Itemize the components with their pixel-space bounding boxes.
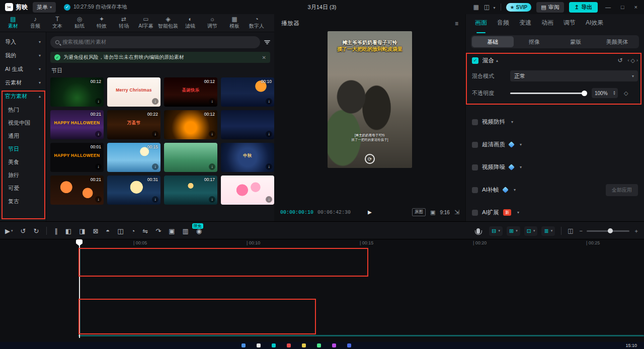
preview-quality-icon[interactable]: ◫ bbox=[568, 227, 573, 234]
maximize-button[interactable]: □ bbox=[618, 4, 627, 10]
trim-right-icon[interactable]: ◨ bbox=[79, 227, 85, 235]
media-tab-ai-captions[interactable]: ▭ AI字幕 bbox=[135, 16, 157, 30]
play-button[interactable]: ▶ bbox=[368, 208, 372, 216]
sidebar-category-2[interactable]: 通用 bbox=[0, 129, 46, 142]
sidebar-official-materials[interactable]: 官方素材 ▴ bbox=[0, 90, 46, 103]
inspector-section-4[interactable]: AI扩展 新 ▾ bbox=[472, 201, 638, 224]
download-icon[interactable]: ↓ bbox=[266, 131, 272, 137]
sidebar-group-3[interactable]: 云素材 ▾ bbox=[0, 76, 46, 90]
download-icon[interactable]: ↓ bbox=[152, 98, 158, 105]
reverse-icon[interactable]: ▥ bbox=[182, 227, 188, 235]
split-clip-icon[interactable]: ∥ bbox=[54, 227, 58, 235]
checkbox-icon[interactable] bbox=[472, 187, 478, 193]
media-tab-audio[interactable]: ♪ 音频 bbox=[24, 16, 46, 30]
blend-mode-dropdown[interactable]: 正常 ▾ bbox=[510, 70, 638, 81]
inspector-section-0[interactable]: 视频防抖 ▾ bbox=[472, 111, 638, 133]
media-item-8[interactable]: HAPPY HALLOWEEN 00:01 ↓ bbox=[50, 143, 104, 172]
track-render-option[interactable]: ⊟▾ bbox=[489, 226, 503, 236]
inspector-subtab-2[interactable]: 蒙版 bbox=[555, 36, 597, 47]
media-tab-effects[interactable]: ✦ 特效 bbox=[91, 16, 113, 30]
opacity-slider[interactable] bbox=[510, 93, 585, 94]
keyframe-controls[interactable]: ‹◇› bbox=[628, 57, 638, 64]
keyframe-icon[interactable]: ◇ bbox=[624, 90, 628, 97]
media-item-9[interactable]: 00:15 ↓ bbox=[107, 143, 160, 172]
blend-checkbox[interactable]: ✓ bbox=[472, 57, 478, 64]
media-tab-smart-pack[interactable]: ◈ 智能包装 bbox=[157, 16, 179, 30]
download-icon[interactable]: ↓ bbox=[95, 196, 102, 203]
download-icon[interactable]: ↓ bbox=[152, 196, 158, 203]
mask-icon[interactable]: ◓ bbox=[106, 227, 110, 235]
checkbox-icon[interactable] bbox=[472, 142, 478, 148]
inspector-tab-0[interactable]: 画面 bbox=[475, 19, 487, 30]
sidebar-group-2[interactable]: AI 生成 ▾ bbox=[0, 62, 46, 76]
track-adsorb-option[interactable]: ⊡▾ bbox=[524, 226, 538, 236]
flip-icon[interactable]: ⇋ bbox=[142, 227, 148, 235]
opacity-value-box[interactable]: 100% ▲▼ bbox=[592, 88, 618, 98]
media-item-13[interactable]: 00:31 ↓ bbox=[107, 176, 160, 205]
collapse-icon[interactable]: ▴ bbox=[496, 58, 498, 63]
review-button[interactable]: ▤审阅 bbox=[536, 2, 564, 13]
close-button[interactable]: × bbox=[632, 4, 640, 10]
media-item-3[interactable]: 00:10 ↓ bbox=[221, 77, 274, 107]
track-linkage-option[interactable]: ≣▾ bbox=[541, 226, 555, 236]
trim-left-icon[interactable]: ◧ bbox=[65, 227, 71, 235]
minimize-button[interactable]: — bbox=[603, 4, 613, 10]
ratio-button[interactable]: 9:16 bbox=[440, 210, 449, 215]
media-tab-filter[interactable]: ◐ 滤镜 bbox=[179, 16, 201, 30]
taskbar-icons[interactable] bbox=[242, 343, 351, 347]
media-tab-sticker[interactable]: ◎ 贴纸 bbox=[68, 16, 91, 30]
delete-icon[interactable]: ⊠ bbox=[93, 227, 98, 235]
timeline-zoom-slider[interactable] bbox=[587, 230, 629, 232]
download-icon[interactable]: ↓ bbox=[95, 163, 102, 170]
decrement-icon[interactable]: ▼ bbox=[613, 93, 616, 96]
inspector-tab-2[interactable]: 变速 bbox=[519, 19, 531, 30]
media-tab-adjust[interactable]: ☼ 调节 bbox=[201, 16, 223, 30]
download-icon[interactable]: ↓ bbox=[266, 98, 272, 105]
download-icon[interactable]: ↓ bbox=[152, 131, 158, 137]
download-icon[interactable]: ↓ bbox=[209, 196, 215, 203]
inspector-tab-3[interactable]: 动画 bbox=[541, 19, 553, 30]
download-icon[interactable]: ↓ bbox=[95, 131, 102, 137]
sidebar-group-0[interactable]: 导入 ▾ bbox=[0, 35, 46, 49]
sidebar-category-3[interactable]: 节日 bbox=[0, 142, 46, 155]
media-item-4[interactable]: HAPPY HALLOWEEN 00:21 ↓ bbox=[50, 110, 104, 139]
sidebar-category-1[interactable]: 视觉中国 bbox=[0, 116, 46, 129]
media-item-5[interactable]: 万圣节 00:22 ↓ bbox=[107, 110, 160, 139]
slider-knob[interactable] bbox=[582, 91, 587, 96]
media-tab-avatar[interactable]: ◔ 数字人 bbox=[246, 16, 268, 30]
inspector-section-2[interactable]: 视频降噪 ▾ bbox=[472, 156, 638, 179]
fullscreen-icon[interactable]: ⇲ bbox=[454, 209, 459, 216]
freeze-frame-icon[interactable]: ◔ bbox=[131, 227, 135, 235]
download-icon[interactable]: ↓ bbox=[209, 98, 215, 105]
zoom-knob[interactable] bbox=[608, 228, 613, 233]
sidebar-category-5[interactable]: 旅行 bbox=[0, 168, 46, 182]
snapshot-icon[interactable]: ▣ bbox=[430, 209, 435, 216]
media-tab-text[interactable]: T 文本 bbox=[46, 16, 68, 30]
svip-badge[interactable]: ★SVIP bbox=[506, 3, 532, 12]
download-icon[interactable]: ↓ bbox=[209, 131, 215, 137]
inspector-subtab-3[interactable]: 美颜美体 bbox=[597, 36, 638, 47]
download-icon[interactable]: ↓ bbox=[266, 163, 272, 170]
media-tab-template[interactable]: ▦ 模板 bbox=[223, 16, 246, 30]
rotate-icon[interactable]: ↷ bbox=[155, 227, 161, 235]
rotate-icon[interactable]: ⟳ bbox=[365, 154, 375, 164]
video-preview[interactable]: 摊主爷爷奶奶看母子可怜 摸了一大把吃的放到蛇皮袋里 [摊主奶奶看母子可怜 抓了一… bbox=[328, 31, 412, 168]
download-icon[interactable]: ↓ bbox=[95, 98, 102, 105]
inspector-section-3[interactable]: AI补帧 ▾ 全部应用 bbox=[472, 179, 638, 201]
inspector-subtab-0[interactable]: 基础 bbox=[472, 36, 514, 47]
inspector-subtab-1[interactable]: 抠像 bbox=[514, 36, 555, 47]
inspector-tab-1[interactable]: 音频 bbox=[497, 19, 509, 30]
sidebar-group-1[interactable]: 我的 ▾ bbox=[0, 49, 46, 62]
menu-button[interactable]: 菜单▾ bbox=[33, 2, 56, 13]
quality-button[interactable]: 原图 bbox=[412, 208, 426, 216]
media-item-0[interactable]: 00:12 ↓ bbox=[50, 77, 104, 107]
sidebar-category-4[interactable]: 美食 bbox=[0, 155, 46, 168]
media-item-7[interactable]: ↓ bbox=[221, 110, 274, 139]
apply-all-button[interactable]: 全部应用 bbox=[606, 184, 638, 196]
media-item-2[interactable]: 圣诞快乐 00:12 ↓ bbox=[164, 77, 217, 107]
media-item-6[interactable]: 00:12 ↓ bbox=[164, 110, 217, 139]
track-cover-option[interactable]: ⊞▾ bbox=[507, 226, 520, 236]
media-item-12[interactable]: 00:21 ↓ bbox=[50, 176, 104, 205]
redo-icon[interactable]: ↻ bbox=[33, 227, 39, 235]
sidebar-category-6[interactable]: 可爱 bbox=[0, 182, 46, 195]
